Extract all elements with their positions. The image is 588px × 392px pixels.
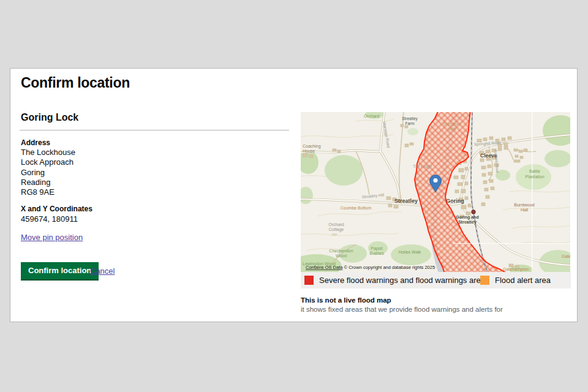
address-line: The Lockhouse [21, 148, 75, 157]
page-background: { "page": { "title": "Confirm location" … [0, 0, 588, 392]
cancel-link[interactable]: Cancel [90, 266, 115, 276]
move-pin-link[interactable]: Move pin position [21, 233, 83, 242]
map-label-orchard-cottage: Cottage [329, 227, 344, 232]
map-label-streatley-farm: Streatley [402, 116, 418, 121]
map-label-burntwood-hall: Burntwood [514, 203, 535, 207]
map-label-gatehampton-clipped: Gatehampton [562, 254, 570, 259]
map-label-papist-bushes: Bushes [369, 251, 384, 255]
coordinates-value: 459674, 180911 [21, 214, 78, 224]
legend-item-severe: Severe flood warnings and flood warnings… [304, 272, 485, 288]
legend-item-alert: Flood alert area [480, 272, 551, 288]
map-label-gatehampton: Gatehampton [503, 267, 529, 272]
location-name-heading: Goring Lock [21, 112, 78, 123]
not-live-map-heading: This is not a live flood map [301, 296, 391, 304]
address-line: Goring [21, 168, 75, 178]
map-label-holies-walk: Holies Walk [399, 250, 421, 254]
map-label-goring: Goring [446, 198, 464, 204]
confirm-location-card: Confirm location Goring Lock Address The… [10, 68, 578, 322]
page-title: Confirm location [21, 75, 130, 91]
map-label-streatley: Streatley [394, 198, 418, 204]
map-label-checkendon-wood: Checkendon [329, 249, 353, 253]
confirm-location-button[interactable]: Confirm location [21, 262, 99, 279]
map-label-runsford-hole: Runsford [443, 122, 461, 126]
not-live-map-body: it shows fixed areas that we provide flo… [301, 306, 503, 313]
severe-warning-swatch [304, 276, 314, 285]
map-label-coombe-bottom: Coombe Bottom [341, 206, 372, 210]
address-line: RG8 9AE [21, 187, 75, 197]
address-line: Lock Approach [21, 157, 75, 167]
station-marker [472, 210, 475, 214]
map-label-burntwood-hall: Hall [521, 208, 529, 212]
map-legend: Severe flood warnings and flood warnings… [301, 272, 571, 288]
map-label-coaching-house: Coaching [303, 144, 321, 149]
map-label-papist-bushes: Papist [371, 246, 383, 251]
map-label-contour-150: 150 [331, 233, 337, 236]
map-attribution: Contains OS Data © Crown copyright and d… [306, 265, 435, 270]
map-label-battle-plantation: Battle [529, 169, 540, 173]
map-label-orchard: Orchard [364, 114, 379, 118]
map-label-coaching-house: House [303, 149, 315, 153]
coordinates-label: X and Y Coordinates [21, 205, 92, 213]
map-label-goring-and-streatley: Goring and [456, 215, 478, 220]
os-data-link[interactable]: Contains OS Data [306, 265, 343, 270]
address-block: The Lockhouse Lock Approach Goring Readi… [21, 148, 75, 197]
section-divider [20, 130, 289, 130]
map-label-runsford-hole: Hole [448, 127, 457, 131]
address-line: Reading [21, 178, 75, 187]
flood-map[interactable]: Holies Walk Orcha [301, 112, 570, 272]
legend-label: Flood alert area [495, 276, 551, 285]
map-label-the-lodge: The Lodge [413, 164, 432, 169]
map-label-streatley-farm: Farm [405, 121, 414, 126]
flood-alert-swatch [480, 276, 489, 285]
address-label: Address [21, 138, 50, 147]
map-label-checkendon-wood: Wood [336, 254, 347, 258]
map-label-goring-and-streatley: Streatley [458, 220, 477, 225]
map-label-orchard-cottage: Orchard [328, 222, 344, 227]
map-label-battle-plantation: Plantation [525, 175, 544, 179]
legend-label: Severe flood warnings and flood warnings… [319, 276, 485, 285]
